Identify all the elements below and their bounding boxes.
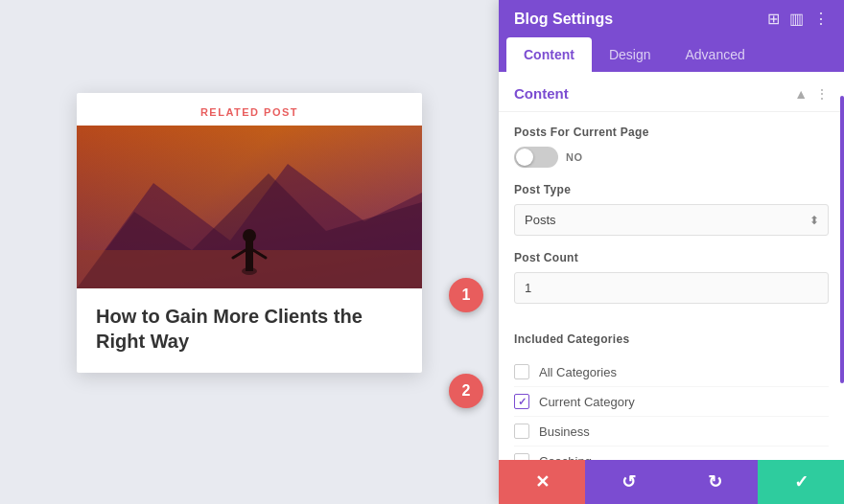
included-categories-section: Included Categories [499,332,844,357]
post-type-select[interactable]: Posts [514,204,829,236]
included-categories-label: Included Categories [514,332,829,346]
step-badge-2: 2 [449,374,483,408]
category-item-coaching: Coaching [514,447,829,460]
section-more-icon[interactable]: ⋮ [815,86,829,102]
category-checkbox-all[interactable] [514,364,529,379]
category-checkbox-current[interactable]: ✓ [514,394,529,409]
category-name-all: All Categories [539,365,617,379]
tab-content[interactable]: Content [506,37,592,72]
preview-area: RELATED POST How to Gain More Clients th… [0,0,499,504]
layout-icon[interactable]: ▥ [789,10,804,28]
toggle-no-label: NO [566,151,583,163]
cancel-button[interactable]: ✕ [499,460,585,504]
category-checkbox-coaching[interactable] [514,453,529,460]
panel-header-icons: ⊞ ▥ ⋮ [767,10,829,28]
svg-point-5 [243,229,256,242]
category-name-current: Current Category [539,395,635,409]
section-header-controls: ▲ ⋮ [794,86,829,102]
scroll-accent [840,96,844,383]
category-item-all: All Categories [514,357,829,387]
step-badge-1: 1 [449,278,483,312]
section-header: Content ▲ ⋮ [499,72,844,112]
tab-design[interactable]: Design [592,37,668,72]
post-count-label: Post Count [514,251,829,264]
svg-rect-4 [246,241,253,271]
posts-current-page-label: Posts For Current Page [514,126,829,139]
more-options-icon[interactable]: ⋮ [813,10,829,28]
toggle-knob [516,149,533,166]
post-type-label: Post Type [514,183,829,196]
panel-tabs: Content Design Advanced [499,37,844,72]
related-post-label: RELATED POST [77,93,422,126]
collapse-icon[interactable]: ▲ [794,86,808,102]
settings-panel: Blog Settings ⊞ ▥ ⋮ Content Design Advan… [499,0,844,504]
redo-button[interactable]: ↻ [671,460,758,504]
panel-header: Blog Settings ⊞ ▥ ⋮ [499,0,844,37]
toggle-row: NO [514,147,829,168]
tab-advanced[interactable]: Advanced [668,37,762,72]
category-checkbox-business[interactable] [514,424,529,439]
panel-content: Content ▲ ⋮ Posts For Current Page NO Po… [499,72,844,460]
checkmark-icon: ✓ [518,396,527,408]
card-image [77,126,422,288]
card-title: How to Gain More Clients the Right Way [77,288,422,373]
category-item-current: ✓ Current Category [514,387,829,417]
posts-current-page-section: Posts For Current Page NO Post Type Post… [499,112,844,332]
save-button[interactable]: ✓ [758,460,844,504]
categories-list: All Categories ✓ Current Category Busine… [499,357,844,460]
post-count-input[interactable] [514,272,829,304]
reset-button[interactable]: ↺ [585,460,671,504]
post-type-select-wrapper: Posts ⬍ [514,204,829,236]
section-title: Content [514,85,569,102]
panel-title: Blog Settings [514,11,613,28]
category-item-business: Business [514,417,829,447]
panel-toolbar: ✕ ↺ ↻ ✓ [499,460,844,504]
resize-icon[interactable]: ⊞ [767,10,780,28]
posts-current-page-toggle[interactable] [514,147,558,168]
category-name-business: Business [539,424,590,439]
blog-card: RELATED POST How to Gain More Clients th… [77,93,422,373]
